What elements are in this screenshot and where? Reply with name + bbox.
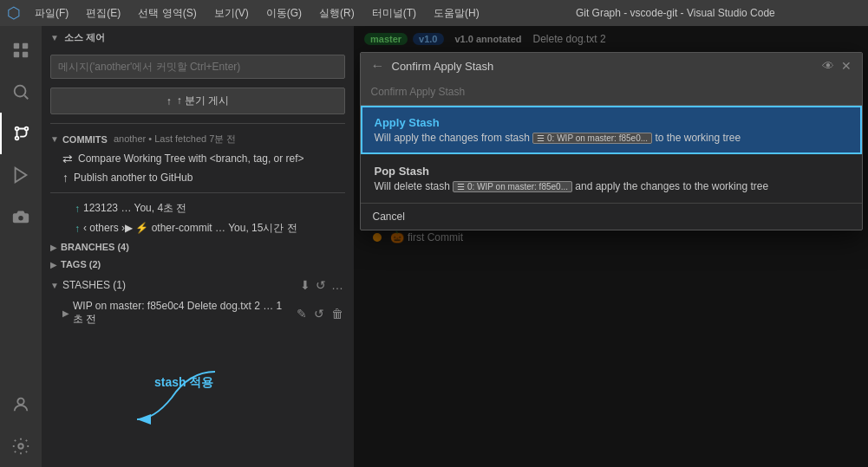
activity-search[interactable] [0, 71, 42, 113]
tags-collapse-icon: ▶ [50, 260, 57, 269]
branches-label: BRANCHES (4) [61, 242, 129, 252]
menu-view[interactable]: 보기(V) [207, 3, 256, 24]
tags-section[interactable]: ▶ TAGS (2) [42, 256, 354, 273]
commits-collapse-icon: ▼ [50, 134, 59, 144]
modal-overlay: ← Confirm Apply Stash 👁 ✕ [354, 26, 868, 467]
app-logo: ⬡ [7, 3, 21, 23]
branches-collapse-icon: ▶ [50, 243, 57, 252]
commit-row-text-1: 123123 … You, 4초 전 [83, 201, 186, 216]
activity-extensions[interactable] [0, 196, 42, 237]
apply-stash-option[interactable]: Apply Stash Will apply the changes from … [361, 106, 862, 154]
svg-point-10 [17, 399, 23, 405]
commit-row-2[interactable]: ↑ ‹ others ›▶ ⚡ other-commit … You, 15시간… [42, 218, 354, 238]
commit-row-1[interactable]: ↑ 123123 … You, 4초 전 [42, 198, 354, 218]
apply-stash-title: Apply Stash [375, 116, 848, 129]
stash-item-actions: ✎ ↺ 🗑 [295, 305, 345, 322]
publish-branch-button[interactable]: ↑ ↑ 분기 게시 [50, 88, 345, 114]
commit-arrow-icon: ↑ [75, 203, 80, 215]
divider2 [50, 192, 345, 193]
modal-title-left: ← Confirm Apply Stash [371, 58, 494, 74]
publish-github-action[interactable]: ↑ Publish another to GitHub [42, 168, 354, 187]
stash-annotation-label: stash 적용 [154, 375, 213, 389]
divider [50, 123, 345, 124]
svg-point-6 [16, 127, 19, 131]
activity-explorer[interactable] [0, 29, 42, 71]
stash-item[interactable]: ▶ WIP on master: f85e0c4 Delete dog.txt … [42, 297, 354, 329]
menu-go[interactable]: 이동(G) [259, 3, 309, 24]
main-area: master v1.0 v1.0 annotated Delete dog.tx… [354, 26, 868, 467]
commit-arrow-icon-2: ↑ [75, 223, 80, 235]
publish-icon: ↑ [62, 171, 69, 185]
activity-account[interactable] [0, 384, 42, 425]
menu-edit[interactable]: 편집(E) [79, 3, 127, 24]
modal-close-button[interactable]: ✕ [841, 59, 852, 73]
publish-github-label: Publish another to GitHub [74, 172, 193, 184]
stashes-left[interactable]: ▼ STASHES (1) [50, 279, 126, 291]
branches-section[interactable]: ▶ BRANCHES (4) [42, 238, 354, 256]
modal-title-right: 👁 ✕ [822, 59, 852, 73]
modal-back-button[interactable]: ← [371, 58, 385, 74]
activity-source-control[interactable] [0, 113, 42, 154]
apply-stash-desc: Will apply the changes from stash ☰ 0: W… [375, 132, 848, 144]
stashes-collapse-icon: ▼ [50, 281, 59, 290]
activity-debug[interactable] [0, 154, 42, 196]
svg-rect-1 [23, 43, 28, 49]
stash-delete-btn[interactable]: 🗑 [330, 305, 345, 322]
stash-refresh-button[interactable]: ↺ [314, 276, 328, 294]
stash-more-button[interactable]: … [330, 276, 345, 294]
sidebar: ▼ 소스 제어 ↑ ↑ 분기 게시 ▼ COMMITS another • La… [42, 26, 354, 467]
svg-point-4 [15, 86, 26, 97]
activity-settings[interactable] [0, 425, 42, 467]
activity-bar [0, 26, 42, 467]
pop-stash-title: Pop Stash [375, 165, 848, 178]
menu-terminal[interactable]: 터미널(T) [365, 3, 423, 24]
stash-apply-button[interactable]: ⬇ [298, 276, 312, 294]
menu-help[interactable]: 도움말(H) [427, 3, 486, 24]
stash-item-collapse-icon: ▶ [62, 308, 69, 318]
stash-edit-btn[interactable]: ✎ [295, 305, 309, 322]
svg-marker-9 [16, 168, 27, 183]
modal-eye-button[interactable]: 👁 [822, 59, 834, 73]
compare-label: Compare Working Tree with <branch, tag, … [78, 152, 304, 165]
stash-icon-1: ☰ 0: WIP on master: f85e0... [532, 133, 652, 144]
modal-window: ← Confirm Apply Stash 👁 ✕ [360, 52, 863, 230]
svg-rect-2 [14, 52, 19, 57]
commit-row-text-2: ‹ others ›▶ ⚡ other-commit … You, 15시간 전 [83, 221, 297, 236]
menu-run[interactable]: 실행(R) [312, 3, 362, 24]
commit-message-input[interactable] [50, 55, 345, 79]
modal-title-text: Confirm Apply Stash [392, 60, 494, 73]
window-title: Git Graph - vscode-git - Visual Studio C… [490, 7, 861, 19]
svg-line-5 [24, 95, 28, 99]
source-control-title: 소스 제어 [64, 31, 105, 44]
pop-stash-option[interactable]: Pop Stash Will delete stash ☰ 0: WIP on … [361, 154, 862, 203]
menu-bar: ⬡ 파일(F) 편집(E) 선택 영역(S) 보기(V) 이동(G) 실행(R)… [0, 0, 868, 26]
stash-action-buttons: ⬇ ↺ … [298, 276, 345, 294]
commits-label: COMMITS [62, 134, 108, 145]
modal-search-input[interactable] [361, 79, 862, 106]
stash-restore-btn[interactable]: ↺ [312, 305, 326, 322]
collapse-icon: ▼ [50, 33, 59, 42]
cancel-option[interactable]: Cancel [361, 203, 862, 230]
svg-rect-3 [23, 52, 28, 57]
modal-options: Apply Stash Will apply the changes from … [361, 106, 862, 230]
menu-file[interactable]: 파일(F) [28, 3, 75, 24]
publish-label: ↑ 분기 게시 [177, 94, 230, 108]
source-control-header: ▼ 소스 제어 [42, 26, 354, 49]
pop-stash-desc: Will delete stash ☰ 0: WIP on master: f8… [375, 180, 848, 192]
stash-item-text: WIP on master: f85e0c4 Delete dog.txt 2 … [73, 300, 291, 327]
svg-point-11 [18, 444, 23, 449]
svg-point-7 [25, 127, 29, 131]
compare-working-tree-action[interactable]: ⇄ Compare Working Tree with <branch, tag… [42, 149, 354, 168]
svg-rect-0 [14, 43, 19, 49]
commits-branch-info: another • Last fetched 7분 전 [111, 133, 237, 146]
menu-selection[interactable]: 선택 영역(S) [131, 3, 203, 24]
modal-titlebar: ← Confirm Apply Stash 👁 ✕ [361, 53, 862, 79]
stashes-label: STASHES (1) [62, 279, 126, 291]
publish-icon: ↑ [166, 95, 172, 107]
compare-icon: ⇄ [62, 152, 73, 165]
stashes-section: ▼ STASHES (1) ⬇ ↺ … [42, 273, 354, 297]
commits-section-header[interactable]: ▼ COMMITS another • Last fetched 7분 전 [42, 129, 354, 149]
svg-point-8 [16, 137, 19, 140]
tags-label: TAGS (2) [61, 259, 101, 269]
stash-icon-2: ☰ 0: WIP on master: f85e0... [453, 181, 572, 192]
